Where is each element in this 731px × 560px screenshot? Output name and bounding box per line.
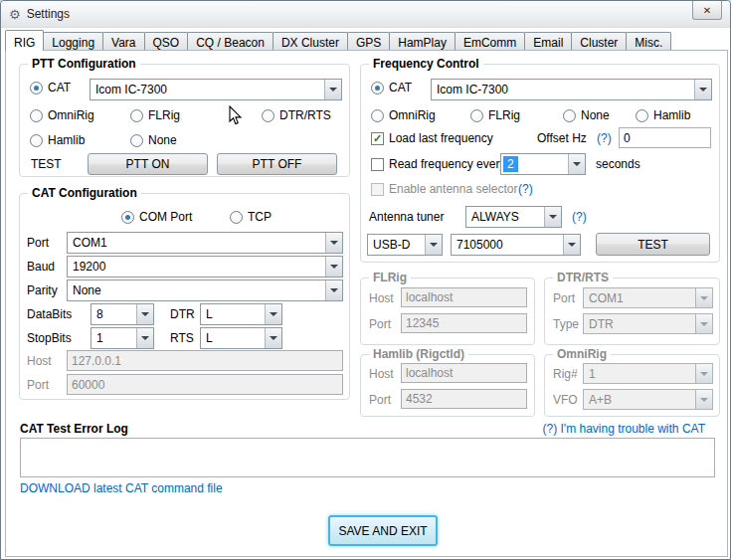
ptt-hamlib-radio[interactable]: Hamlib bbox=[30, 132, 85, 148]
cat-test-error-log-textbox[interactable] bbox=[20, 438, 715, 477]
tab-email[interactable]: Email bbox=[524, 32, 572, 51]
cat-databits-combo[interactable]: 8 bbox=[91, 303, 154, 325]
ptt-hamlib-label: Hamlib bbox=[48, 133, 85, 147]
antenna-tuner-help-link[interactable]: (?) bbox=[572, 210, 587, 224]
radio-icon bbox=[563, 109, 576, 122]
cat-trouble-help-link[interactable]: (?) I'm having trouble with CAT bbox=[543, 422, 705, 436]
ptt-none-radio[interactable]: None bbox=[130, 132, 177, 148]
frequency-combo[interactable]: 7105000 bbox=[451, 234, 581, 256]
offset-hz-help-link[interactable]: (?) bbox=[597, 131, 612, 145]
freq-cat-device-value: Icom IC-7300 bbox=[432, 83, 694, 96]
close-icon: ✕ bbox=[703, 5, 711, 16]
antenna-tuner-label: Antenna tuner bbox=[369, 210, 444, 224]
omnirig-group-title: OmniRig bbox=[553, 347, 611, 361]
antenna-tuner-combo[interactable]: ALWAYS bbox=[465, 206, 562, 228]
cat-port-combo[interactable]: COM1 bbox=[67, 232, 343, 254]
hamlib-port-input bbox=[401, 389, 527, 409]
dropdown-arrow-icon bbox=[563, 235, 580, 255]
freq-cat-device-combo[interactable]: Icom IC-7300 bbox=[431, 79, 712, 100]
read-frequency-checkbox[interactable]: ✓ Read frequency every bbox=[371, 156, 505, 172]
cat-stopbits-combo[interactable]: 1 bbox=[91, 327, 154, 349]
dropdown-arrow-icon bbox=[695, 390, 712, 409]
offset-hz-label: Offset Hz bbox=[537, 131, 587, 145]
offset-hz-input[interactable] bbox=[619, 127, 711, 148]
ptt-test-label: TEST bbox=[31, 157, 62, 171]
tab-logging[interactable]: Logging bbox=[43, 32, 103, 51]
antenna-selector-help-link[interactable]: (?) bbox=[518, 182, 533, 196]
close-button[interactable]: ✕ bbox=[692, 1, 722, 20]
load-last-frequency-checkbox[interactable]: ✓ Load last frequency bbox=[371, 130, 493, 146]
tab-cq-beacon[interactable]: CQ / Beacon bbox=[187, 32, 274, 51]
cat-tcp-radio[interactable]: TCP bbox=[230, 209, 272, 225]
hamlib-group: Hamlib (Rigctld) Host Port bbox=[360, 354, 535, 417]
dropdown-arrow-icon bbox=[425, 235, 442, 255]
flrig-port-input bbox=[401, 313, 527, 333]
tab-rig[interactable]: RIG bbox=[5, 30, 44, 51]
cat-parity-label: Parity bbox=[27, 283, 58, 297]
dropdown-arrow-icon bbox=[265, 304, 281, 324]
freq-omnirig-radio[interactable]: OmniRig bbox=[371, 107, 436, 123]
tab-dx-cluster[interactable]: DX Cluster bbox=[273, 32, 348, 51]
checkbox-icon bbox=[371, 183, 384, 196]
dtr-rts-port-label: Port bbox=[553, 291, 575, 305]
ptt-cat-radio[interactable]: CAT bbox=[30, 80, 71, 95]
mode-value: USB-D bbox=[368, 238, 425, 252]
radio-icon bbox=[230, 211, 243, 224]
tab-hamplay[interactable]: HamPlay bbox=[389, 32, 456, 51]
radio-icon bbox=[470, 109, 483, 122]
save-and-exit-button[interactable]: SAVE AND EXIT bbox=[328, 515, 438, 546]
read-interval-combo[interactable]: 2 bbox=[500, 153, 586, 175]
mode-combo[interactable]: USB-D bbox=[367, 234, 443, 256]
dropdown-arrow-icon bbox=[136, 328, 153, 348]
download-cat-command-file-link[interactable]: DOWNLOAD latest CAT command file bbox=[20, 481, 223, 495]
dropdown-arrow-icon bbox=[325, 280, 342, 300]
cat-parity-combo[interactable]: None bbox=[67, 280, 343, 301]
freq-hamlib-radio[interactable]: Hamlib bbox=[636, 107, 690, 123]
tab-gps[interactable]: GPS bbox=[347, 32, 390, 51]
freq-flrig-radio[interactable]: FLRig bbox=[470, 107, 520, 123]
cat-databits-value: 8 bbox=[91, 307, 136, 321]
dropdown-arrow-icon bbox=[265, 328, 281, 348]
ptt-configuration-group: PTT Configuration CAT Icom IC-7300 OmniR… bbox=[19, 64, 350, 177]
ptt-omnirig-radio[interactable]: OmniRig bbox=[30, 107, 94, 123]
flrig-group-title: FLRig bbox=[369, 271, 411, 284]
freq-cat-radio[interactable]: CAT bbox=[371, 80, 412, 95]
tab-vara[interactable]: Vara bbox=[102, 32, 144, 51]
dropdown-arrow-icon bbox=[695, 314, 712, 333]
frequency-value: 7105000 bbox=[452, 238, 563, 252]
cat-port-label: Port bbox=[27, 236, 49, 250]
tab-emcomm[interactable]: EmComm bbox=[455, 32, 525, 51]
dtr-rts-type-value: DTR bbox=[584, 317, 695, 331]
radio-icon bbox=[636, 109, 648, 122]
ptt-off-button[interactable]: PTT OFF bbox=[217, 153, 337, 175]
cat-rts-combo[interactable]: L bbox=[200, 327, 282, 349]
tab-misc[interactable]: Misc. bbox=[626, 32, 671, 51]
tab-cluster[interactable]: Cluster bbox=[571, 32, 627, 51]
cat-com-port-radio[interactable]: COM Port bbox=[121, 209, 192, 225]
tab-qso[interactable]: QSO bbox=[144, 32, 189, 51]
dropdown-arrow-icon bbox=[544, 207, 561, 227]
titlebar[interactable]: ⚙ Settings bbox=[1, 1, 730, 28]
cat-baud-combo[interactable]: 19200 bbox=[67, 256, 343, 278]
omnirig-rig-combo: 1 bbox=[583, 363, 713, 384]
cat-baud-label: Baud bbox=[27, 260, 55, 274]
dropdown-arrow-icon bbox=[695, 288, 712, 307]
omnirig-vfo-value: A+B bbox=[584, 393, 695, 407]
flrig-host-label: Host bbox=[369, 291, 394, 305]
ptt-cat-label: CAT bbox=[48, 81, 71, 94]
radio-icon bbox=[30, 82, 43, 94]
ptt-on-button[interactable]: PTT ON bbox=[88, 153, 208, 175]
cat-host-label: Host bbox=[27, 354, 52, 368]
enable-antenna-selector-checkbox: Enable antenna selector bbox=[371, 181, 517, 197]
frequency-control-title: Frequency Control bbox=[369, 57, 483, 71]
radio-icon bbox=[130, 109, 143, 122]
ptt-flrig-radio[interactable]: FLRig bbox=[130, 107, 180, 123]
read-frequency-label: Read frequency every bbox=[389, 157, 505, 171]
cat-rts-label: RTS bbox=[170, 331, 194, 345]
ptt-cat-device-combo[interactable]: Icom IC-7300 bbox=[90, 79, 342, 100]
frequency-test-button[interactable]: TEST bbox=[596, 233, 710, 256]
ptt-dtr-rts-radio[interactable]: DTR/RTS bbox=[262, 107, 331, 123]
freq-none-radio[interactable]: None bbox=[563, 107, 610, 123]
radio-icon bbox=[121, 211, 134, 224]
cat-dtr-combo[interactable]: L bbox=[200, 303, 282, 325]
